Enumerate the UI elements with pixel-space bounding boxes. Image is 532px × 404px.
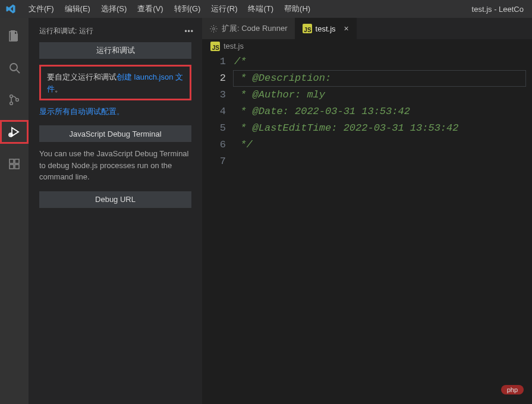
editor-tabs: 扩展: Code RunnerJStest.js×: [202, 18, 532, 39]
menu-item[interactable]: 终端(T): [243, 1, 278, 17]
activity-run-debug[interactable]: [0, 120, 29, 144]
line-gutter: 1234567: [202, 53, 234, 404]
menu-item[interactable]: 选择(S): [96, 1, 131, 17]
window-title: test.js - LeetCo: [472, 5, 524, 14]
js-debug-terminal-button[interactable]: JavaScript Debug Terminal: [39, 125, 191, 142]
editor-tab[interactable]: 扩展: Code Runner: [202, 18, 295, 39]
menu-item[interactable]: 运行(R): [206, 1, 242, 17]
svg-line-2: [17, 70, 20, 73]
menu-item[interactable]: 帮助(H): [279, 1, 315, 17]
svg-rect-10: [15, 159, 19, 163]
tab-label: 扩展: Code Runner: [222, 23, 288, 34]
activity-explorer[interactable]: [0, 24, 29, 48]
hint-suffix: 。: [55, 84, 62, 93]
panel-more-icon[interactable]: •••: [184, 27, 194, 36]
menu-item[interactable]: 查看(V): [133, 1, 168, 17]
code-lines: /* * @Description: * @Author: mly * @Dat…: [234, 53, 532, 404]
svg-point-5: [16, 99, 19, 102]
code-line: * @Author: mly: [234, 87, 532, 103]
breadcrumbs[interactable]: JS test.js: [202, 39, 532, 52]
code-line: * @Description:: [234, 70, 532, 87]
editor-area: 扩展: Code RunnerJStest.js× JS test.js 123…: [202, 18, 532, 404]
activity-extensions[interactable]: [0, 152, 29, 176]
close-icon[interactable]: ×: [344, 24, 349, 33]
tab-label: test.js: [316, 24, 336, 33]
menu-item[interactable]: 编辑(E): [60, 1, 95, 17]
show-all-auto-config-link[interactable]: 显示所有自动调试配置: [39, 107, 117, 116]
code-line: * @Date: 2022-03-31 13:53:42: [234, 103, 532, 120]
code-line: /*: [234, 53, 532, 70]
js-icon: JS: [210, 42, 220, 51]
activity-search[interactable]: [0, 56, 29, 80]
svg-rect-11: [10, 165, 14, 169]
panel-title: 运行和调试: 运行: [39, 26, 93, 36]
hint-text: 要自定义运行和调试: [47, 72, 117, 81]
editor-tab[interactable]: JStest.js×: [295, 18, 357, 39]
create-launch-hint: 要自定义运行和调试创建 launch.json 文件。: [39, 65, 191, 100]
run-and-debug-button[interactable]: 运行和调试: [39, 42, 191, 59]
show-all-suffix: 。: [117, 107, 124, 116]
svg-point-13: [213, 27, 215, 30]
svg-point-3: [10, 95, 13, 98]
watermark-badge: php: [501, 385, 524, 394]
code-line: * @LastEditTime: 2022-03-31 13:53:42: [234, 120, 532, 137]
menu-item[interactable]: 转到(G): [169, 1, 206, 17]
titlebar: 文件(F)编辑(E)选择(S)查看(V)转到(G)运行(R)终端(T)帮助(H)…: [0, 0, 532, 18]
vscode-logo-icon: [5, 3, 17, 15]
debug-url-button[interactable]: Debug URL: [39, 191, 191, 208]
svg-rect-9: [10, 159, 14, 163]
activity-source-control[interactable]: [0, 88, 29, 112]
svg-rect-12: [15, 165, 19, 169]
js-debug-info-text: You can use the JavaScript Debug Termina…: [39, 148, 191, 183]
menubar: 文件(F)编辑(E)选择(S)查看(V)转到(G)运行(R)终端(T)帮助(H): [24, 1, 315, 17]
run-debug-panel: 运行和调试: 运行 ••• 运行和调试 要自定义运行和调试创建 launch.j…: [29, 18, 202, 404]
svg-point-4: [10, 102, 13, 105]
js-icon: JS: [303, 24, 312, 33]
code-editor[interactable]: 1234567 /* * @Description: * @Author: ml…: [202, 52, 532, 404]
menu-item[interactable]: 文件(F): [24, 1, 59, 17]
breadcrumb-file: test.js: [223, 42, 244, 50]
activitybar: [0, 18, 29, 404]
svg-point-1: [10, 64, 17, 71]
gear-icon: [209, 24, 218, 33]
code-line: */: [234, 137, 532, 153]
